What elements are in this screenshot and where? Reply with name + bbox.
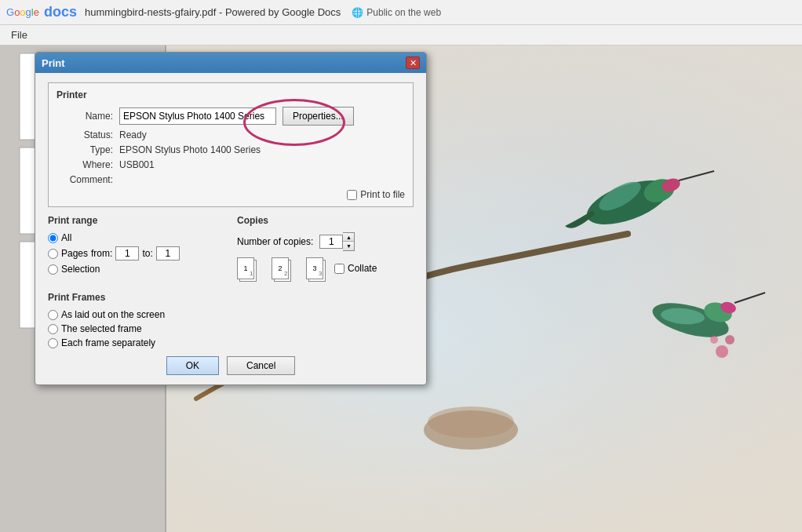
globe-icon: 🌐 (352, 7, 363, 18)
radio-selection-label[interactable]: Selection (61, 264, 100, 275)
radio-selection-row: Selection (48, 264, 224, 275)
dialog-buttons: OK Cancel (48, 356, 414, 375)
radio-selected-frame[interactable] (48, 324, 58, 334)
print-to-file-label[interactable]: Print to file (347, 189, 405, 200)
comment-label: Comment: (57, 174, 113, 185)
print-to-file-text: Print to file (360, 189, 405, 200)
radio-as-laid-out-label[interactable]: As laid out on the screen (61, 309, 165, 320)
spin-down-button[interactable]: ▼ (343, 242, 354, 250)
properties-button[interactable]: Properties... (283, 107, 354, 126)
spin-up-button[interactable]: ▲ (343, 233, 354, 242)
printer-name-row: Name: Properties... (57, 107, 405, 126)
copies-input[interactable] (319, 235, 343, 249)
pages-from-input[interactable] (115, 246, 139, 261)
document-title: hummingbird-nests-gfairy.pdf - Powered b… (85, 6, 341, 18)
radio-selection[interactable] (48, 264, 58, 275)
print-range-section: Print range All Pages from: to: (48, 215, 224, 284)
main-area: Print ✕ Printer Name: Properties... Stat… (0, 46, 802, 532)
menu-bar: File (0, 25, 802, 46)
radio-pages-label[interactable]: Pages (61, 248, 88, 259)
type-row: Type: EPSON Stylus Photo 1400 Series (57, 144, 405, 155)
docs-logo: docs (44, 4, 77, 20)
dialog-close-button[interactable]: ✕ (406, 56, 420, 69)
spinner-buttons: ▲ ▼ (343, 232, 355, 251)
svg-point-22 (710, 336, 718, 344)
status-label: Status: (57, 129, 113, 140)
svg-point-20 (716, 345, 728, 358)
radio-each-frame-row: Each frame separately (48, 337, 414, 348)
print-frames-section: Print Frames As laid out on the screen T… (48, 292, 414, 348)
where-value: USB001 (119, 159, 155, 170)
name-label: Name: (57, 111, 113, 122)
printer-section: Printer Name: Properties... Status: Read… (48, 82, 414, 207)
top-bar: Google docs hummingbird-nests-gfairy.pdf… (0, 0, 802, 25)
type-label: Type: (57, 144, 113, 155)
radio-selected-frame-row: The selected frame (48, 323, 414, 334)
public-info: 🌐 Public on the web (352, 7, 441, 18)
num-copies-row: Number of copies: ▲ ▼ (237, 232, 414, 251)
page-group-1: 1 1 (237, 257, 254, 279)
print-dialog: Print ✕ Printer Name: Properties... Stat… (35, 52, 427, 385)
copies-label: Copies (237, 215, 414, 226)
print-to-file-row: Print to file (57, 189, 405, 200)
to-label: to: (142, 248, 152, 259)
where-row: Where: USB001 (57, 159, 405, 170)
status-row: Status: Ready (57, 129, 405, 140)
pages-to-input[interactable] (156, 246, 180, 261)
print-range-label: Print range (48, 215, 224, 226)
radio-all[interactable] (48, 233, 58, 243)
collate-label[interactable]: Collate (348, 263, 377, 274)
page-group-3: 3 3 (306, 257, 323, 279)
radio-each-frame-label[interactable]: Each frame separately (61, 337, 155, 348)
num-copies-label: Number of copies: (237, 236, 313, 247)
svg-point-21 (725, 335, 735, 344)
radio-all-row: All (48, 232, 224, 243)
from-label: from: (91, 248, 112, 259)
dialog-title: Print (42, 57, 65, 69)
copies-section: Copies Number of copies: ▲ ▼ (237, 215, 414, 284)
menu-file[interactable]: File (3, 27, 35, 42)
radio-as-laid-out[interactable] (48, 310, 58, 320)
ok-button[interactable]: OK (166, 356, 219, 375)
copies-input-wrap: ▲ ▼ (319, 232, 355, 251)
radio-each-frame[interactable] (48, 338, 58, 348)
print-to-file-checkbox[interactable] (347, 190, 357, 200)
svg-point-19 (428, 406, 514, 438)
collate-checkbox[interactable] (334, 264, 344, 274)
type-value: EPSON Stylus Photo 1400 Series (119, 144, 261, 155)
comment-row: Comment: (57, 174, 405, 185)
status-value: Ready (119, 129, 147, 140)
google-logo: Google (6, 6, 39, 18)
printer-name-input[interactable] (119, 107, 276, 125)
radio-selected-frame-label[interactable]: The selected frame (61, 323, 142, 334)
radio-pages[interactable] (48, 249, 58, 259)
pages-row: Pages from: to: (48, 246, 224, 261)
page-group-2: 2 2 (272, 257, 289, 279)
dialog-body: Printer Name: Properties... Status: Read… (35, 73, 426, 384)
where-label: Where: (57, 159, 113, 170)
printer-section-label: Printer (57, 89, 405, 100)
page-icons: 1 1 2 2 3 3 (237, 257, 414, 279)
public-label: Public on the web (366, 7, 441, 18)
collate-row: Collate (334, 263, 377, 274)
radio-all-label[interactable]: All (61, 232, 71, 243)
print-frames-label: Print Frames (48, 292, 414, 303)
radio-as-laid-out-row: As laid out on the screen (48, 309, 414, 320)
cancel-button[interactable]: Cancel (227, 356, 295, 375)
dialog-titlebar: Print ✕ (35, 53, 426, 73)
bottom-section: Print range All Pages from: to: (48, 215, 414, 284)
